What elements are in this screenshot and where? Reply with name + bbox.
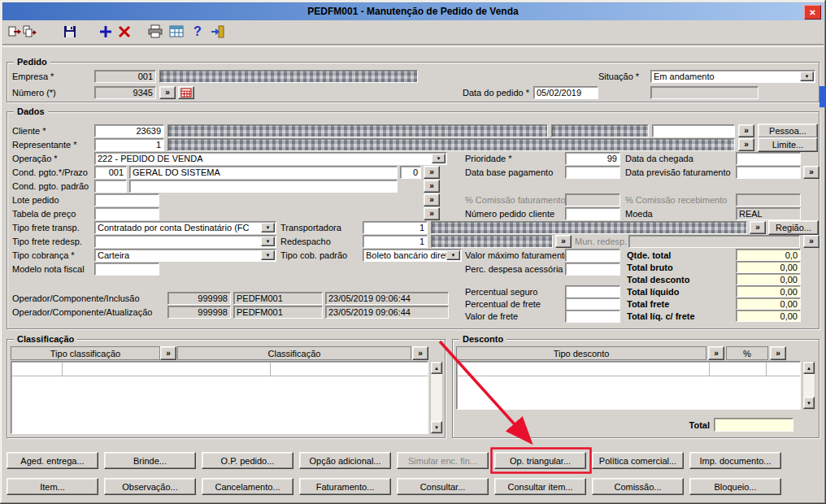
dropdown-arrow-icon[interactable]: ▼ — [800, 72, 814, 81]
percentual-seguro-field[interactable] — [565, 285, 620, 298]
help-icon[interactable]: ? — [189, 24, 206, 40]
desconto-tipo-expand-button[interactable]: » — [708, 346, 724, 360]
cell-divider — [709, 362, 710, 376]
classificacao-table[interactable] — [11, 361, 428, 434]
data-pedido-field[interactable]: 05/02/2019 — [533, 86, 598, 99]
dropdown-arrow-icon[interactable]: ▼ — [432, 154, 446, 163]
add-icon[interactable] — [98, 24, 114, 40]
scroll-down-icon[interactable]: ▼ — [431, 421, 442, 433]
transportadora-nome-field-redacted — [431, 221, 747, 234]
cliente-expand-button[interactable]: » — [738, 124, 754, 137]
print-icon[interactable] — [147, 24, 163, 40]
nav-transfer-icon[interactable] — [7, 24, 23, 40]
mun-redesp-expand-button[interactable]: » — [803, 235, 819, 248]
bloqueio-button[interactable]: Bloqueio... — [689, 478, 781, 495]
data-previsao-expand-button[interactable]: » — [803, 166, 819, 179]
desconto-table[interactable] — [456, 361, 801, 410]
percentual-frete-field[interactable] — [565, 298, 620, 311]
mun-redesp-label: Mun. redesp. — [575, 237, 627, 247]
numero-pedido-cliente-field[interactable] — [565, 207, 620, 220]
lote-expand-button[interactable]: » — [424, 193, 440, 206]
numero-expand-button[interactable]: » — [159, 86, 176, 99]
lote-field[interactable] — [94, 193, 159, 206]
consultar-item-button[interactable]: Consultar item... — [494, 478, 586, 495]
regiao-button[interactable]: Região... — [768, 220, 819, 235]
faturamento-button[interactable]: Faturamento... — [299, 478, 391, 495]
cond-pgto-desc-field[interactable]: GERAL DO SISTEMA — [129, 166, 398, 179]
title-bar[interactable]: PEDFM001 - Manutenção de Pedido de Venda — [2, 2, 824, 20]
cond-pgto-padrao-expand-button[interactable]: » — [424, 180, 440, 193]
aged-entrega-button[interactable]: Aged. entrega... — [7, 452, 98, 469]
cond-pgto-code-field[interactable]: 001 — [94, 166, 127, 179]
transportadora-expand-button[interactable]: » — [750, 221, 766, 234]
opcao-adicional-button[interactable]: Opção adicional... — [299, 452, 391, 469]
dropdown-arrow-icon[interactable]: ▼ — [261, 237, 275, 246]
table-icon[interactable] — [168, 24, 185, 40]
delete-icon[interactable] — [116, 24, 133, 40]
perc-despesa-field[interactable] — [565, 263, 620, 276]
operacao-select[interactable]: 222 - PEDIDO DE VENDA ▼ — [94, 152, 447, 165]
brinde-button[interactable]: Brinde... — [104, 452, 196, 469]
data-base-field[interactable] — [565, 166, 620, 179]
situacao-aux-field — [650, 86, 759, 99]
valor-maximo-label: Valor máximo faturamento — [465, 250, 569, 261]
tabela-preco-expand-button[interactable]: » — [424, 207, 440, 220]
situacao-select[interactable]: Em andamento ▼ — [650, 70, 815, 83]
observacao-button[interactable]: Observação... — [104, 478, 196, 495]
representante-field[interactable]: 1 — [94, 138, 164, 151]
classificacao-scrollbar[interactable]: ▲ ▼ — [430, 361, 443, 434]
data-chegada-field[interactable] — [736, 152, 801, 165]
exit-icon[interactable] — [210, 24, 226, 40]
data-previsao-label: Data previsão faturamento — [625, 167, 731, 178]
scroll-down-icon[interactable]: ▼ — [803, 397, 815, 409]
cliente-aux-field[interactable] — [652, 124, 735, 137]
dropdown-arrow-icon[interactable]: ▼ — [261, 250, 275, 260]
limite-button[interactable]: Limite... — [758, 137, 818, 152]
nav-copy-icon[interactable] — [22, 24, 38, 40]
cliente-field[interactable]: 23639 — [94, 124, 164, 137]
redespacho-expand-button[interactable]: » — [555, 235, 572, 248]
cond-pgto-padrao-desc-field[interactable] — [129, 180, 398, 193]
lote-label: Lote pedido — [12, 195, 59, 206]
valor-frete-field[interactable] — [565, 310, 620, 323]
classificacao-tipo-expand-button[interactable]: » — [160, 346, 176, 360]
scroll-up-icon[interactable]: ▲ — [431, 362, 442, 374]
tipo-cob-padrao-select[interactable]: Boleto bancário direto ▼ — [363, 249, 462, 262]
modelo-nf-label: Modelo nota fiscal — [12, 264, 85, 275]
desconto-scrollbar[interactable]: ▲ ▼ — [802, 361, 815, 410]
cond-pgto-padrao-field[interactable] — [94, 180, 127, 193]
desconto-pct-expand-button[interactable]: » — [770, 346, 786, 360]
total-value: 0,00 — [736, 310, 801, 322]
tipo-frete-redesp-select[interactable]: ▼ — [94, 235, 276, 248]
imp-documento-button[interactable]: Imp. documento... — [689, 452, 781, 469]
desconto-total-label: Total — [648, 420, 710, 431]
pessoa-button[interactable]: Pessoa... — [758, 124, 818, 138]
consultar-button[interactable]: Consultar... — [397, 478, 489, 495]
cancelamento-button[interactable]: Cancelamento... — [202, 478, 293, 495]
transportadora-field[interactable]: 1 — [363, 221, 428, 234]
politica-comercial-button[interactable]: Política comercial... — [592, 452, 684, 469]
representante-expand-button[interactable]: » — [738, 138, 754, 151]
modelo-nf-field[interactable] — [94, 263, 159, 276]
close-button[interactable]: ✕ — [804, 5, 821, 20]
redespacho-field[interactable]: 1 — [363, 235, 428, 248]
valor-maximo-field[interactable] — [565, 249, 620, 262]
save-icon[interactable] — [62, 24, 78, 40]
item-button[interactable]: Item... — [7, 478, 98, 495]
calendar-button[interactable] — [178, 86, 194, 99]
cond-pgto-expand-button[interactable]: » — [424, 166, 440, 179]
cond-pgto-prazo-field[interactable]: 0 — [400, 166, 421, 179]
comissao-button[interactable]: Comissão... — [592, 478, 684, 495]
op-triangular-button[interactable]: Op. triangular... — [494, 452, 586, 469]
dropdown-arrow-icon[interactable]: ▼ — [261, 223, 275, 232]
tipo-cobranca-select[interactable]: Carteira ▼ — [94, 249, 276, 262]
data-previsao-field[interactable] — [736, 166, 801, 179]
dropdown-arrow-icon[interactable]: ▼ — [446, 250, 460, 260]
classificacao-col-class-header: Classificação — [177, 346, 411, 360]
tabela-preco-field[interactable] — [94, 207, 159, 220]
classificacao-class-expand-button[interactable]: » — [412, 346, 428, 360]
tipo-frete-transp-select[interactable]: Contratado por conta Destinatário (FC ▼ — [94, 221, 276, 234]
prioridade-field[interactable]: 99 — [565, 152, 620, 165]
op-pedido-button[interactable]: O.P. pedido... — [202, 452, 293, 469]
scroll-up-icon[interactable]: ▲ — [803, 362, 815, 374]
